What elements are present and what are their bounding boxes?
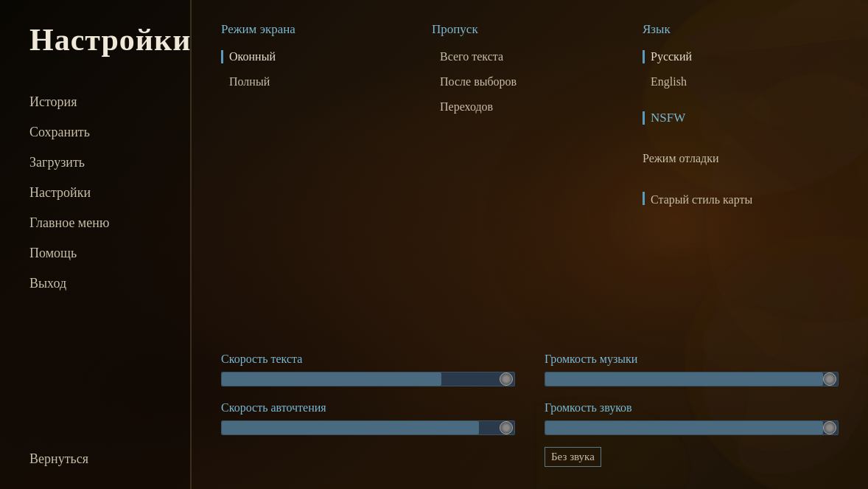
skip-after-choices[interactable]: После выборов [432, 74, 628, 90]
sidebar-item-help[interactable]: Помощь [29, 246, 190, 261]
nsfw-label: NSFW [651, 111, 685, 125]
sound-volume-slider[interactable] [545, 420, 839, 435]
text-speed-group: Скорость текста [221, 353, 515, 386]
mute-label[interactable]: Без звука [545, 447, 601, 467]
nsfw-row[interactable]: NSFW [643, 111, 839, 125]
sliders-section: Скорость текста Громкость музыки Скорост… [221, 353, 839, 467]
language-label: Язык [643, 22, 839, 37]
no-indicator [221, 75, 223, 89]
no-indicator [432, 75, 434, 89]
screen-mode-windowed[interactable]: Оконный [221, 49, 417, 65]
sidebar-item-save[interactable]: Сохранить [29, 125, 190, 140]
sound-volume-group: Громкость звуков Без звука [545, 401, 839, 467]
screen-mode-column: Режим экрана Оконный Полный [221, 22, 417, 208]
skip-all-text[interactable]: Всего текста [432, 49, 628, 65]
no-indicator [432, 100, 434, 114]
skip-transitions[interactable]: Переходов [432, 99, 628, 115]
no-indicator [432, 50, 434, 63]
music-volume-label: Громкость музыки [545, 353, 839, 366]
sidebar-item-load[interactable]: Загрузить [29, 155, 190, 170]
sidebar: Настройки История Сохранить Загрузить На… [0, 0, 192, 489]
main-content: Режим экрана Оконный Полный Пропуск Всег… [192, 0, 868, 489]
screen-mode-label: Режим экрана [221, 22, 417, 37]
screen-mode-fullscreen[interactable]: Полный [221, 74, 417, 90]
music-volume-fill [545, 372, 823, 386]
nsfw-active-indicator [643, 111, 645, 125]
no-indicator [643, 75, 645, 89]
active-indicator [221, 50, 223, 63]
debug-mode-option[interactable]: Режим отладки [643, 152, 839, 165]
old-map-style-option[interactable]: Старый стиль карты [643, 192, 839, 208]
text-speed-slider[interactable] [221, 372, 515, 386]
music-volume-handle[interactable] [823, 372, 836, 386]
music-volume-group: Громкость музыки [545, 353, 839, 386]
sound-volume-label: Громкость звуков [545, 401, 839, 415]
sidebar-item-exit[interactable]: Выход [29, 276, 190, 291]
old-style-active-indicator [643, 192, 645, 205]
nav-items: История Сохранить Загрузить Настройки Гл… [29, 94, 190, 451]
sound-volume-fill [545, 421, 823, 434]
settings-grid: Режим экрана Оконный Полный Пропуск Всег… [221, 22, 839, 208]
sidebar-item-history[interactable]: История [29, 94, 190, 110]
sidebar-item-main-menu[interactable]: Главное меню [29, 215, 190, 231]
music-volume-slider[interactable] [545, 372, 839, 386]
autoread-speed-slider[interactable] [221, 420, 515, 435]
language-column: Язык Русский English NSFW Режим отла [643, 22, 839, 208]
autoread-speed-group: Скорость авточтения [221, 401, 515, 467]
autoread-speed-fill [222, 421, 479, 434]
skip-label: Пропуск [432, 22, 628, 37]
text-speed-fill [222, 372, 441, 386]
sound-volume-handle[interactable] [823, 421, 836, 434]
text-speed-label: Скорость текста [221, 353, 515, 366]
language-english[interactable]: English [643, 74, 839, 90]
back-button[interactable]: Вернуться [29, 451, 190, 467]
language-russian[interactable]: Русский [643, 49, 839, 65]
active-indicator [643, 50, 645, 63]
page-title: Настройки [29, 22, 190, 58]
autoread-speed-label: Скорость авточтения [221, 401, 515, 415]
text-speed-handle[interactable] [500, 372, 513, 386]
main-layout: Настройки История Сохранить Загрузить На… [0, 0, 868, 489]
skip-column: Пропуск Всего текста После выборов Перех… [432, 22, 628, 208]
sidebar-item-settings[interactable]: Настройки [29, 185, 190, 201]
autoread-speed-handle[interactable] [500, 421, 513, 434]
